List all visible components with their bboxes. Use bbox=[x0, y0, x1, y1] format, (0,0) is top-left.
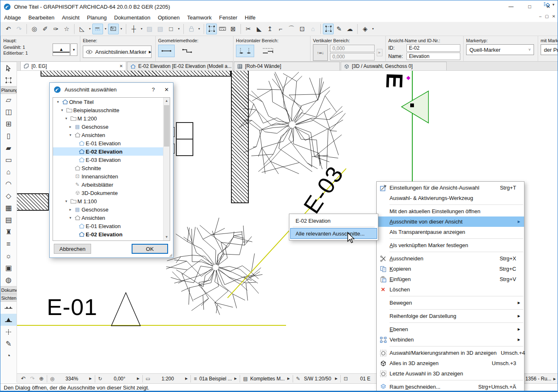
trace-frame-icon[interactable]: □ bbox=[166, 24, 176, 34]
menu-alles-in-3d-anzeigen[interactable]: Alles in 3D anzeigenUmsch.+3 bbox=[377, 358, 524, 368]
elevation-tool-settings-button[interactable]: ▲ bbox=[53, 43, 70, 56]
tree-item-geschosse[interactable]: ▸▤Geschosse bbox=[53, 205, 170, 214]
elevation-label-e02-rotated[interactable]: E bbox=[381, 72, 408, 89]
undo-icon[interactable]: ↶ bbox=[3, 24, 14, 34]
object-tool[interactable]: ♜ bbox=[0, 226, 17, 238]
window-tool[interactable]: ⊞ bbox=[0, 118, 17, 130]
resize-grip[interactable]: ◢ bbox=[169, 253, 172, 257]
lock-dropdown-icon[interactable]: ▾ bbox=[197, 27, 202, 31]
lamp-tool[interactable]: ☼ bbox=[0, 250, 17, 262]
wall-left-stub[interactable] bbox=[17, 193, 49, 211]
layer-selector-button[interactable]: Ansichtslinien.Marker ▶ bbox=[83, 46, 152, 58]
roof-tool[interactable]: ⌂ bbox=[0, 166, 17, 178]
corner-icon[interactable]: ⌐ bbox=[275, 24, 286, 34]
scroll-down-icon[interactable]: ▼ bbox=[164, 234, 170, 240]
chevron-expanded-icon[interactable]: ▾ bbox=[67, 216, 73, 220]
rotated-view-icon[interactable]: ◈ bbox=[360, 24, 370, 34]
tree-item-m-1-100[interactable]: ▾M 1:100 bbox=[53, 197, 170, 205]
menu-ansicht[interactable]: Ansicht bbox=[58, 14, 83, 22]
column-tool[interactable]: ▯ bbox=[0, 130, 17, 142]
zoom-previous-icon[interactable]: ↶ bbox=[19, 375, 28, 382]
maximize-button[interactable]: □ bbox=[520, 0, 539, 13]
menu-auswahl-markierungsrahmen-3d[interactable]: Auswahl/Markierungsrahmen in 3D anzeigen… bbox=[377, 348, 524, 358]
hrange-limited-button[interactable] bbox=[236, 45, 254, 57]
snap-grid-icon[interactable]: ┼ bbox=[128, 24, 139, 34]
menu-einfuegen[interactable]: EinfügenStrg+V bbox=[377, 274, 524, 284]
tree-item-e-02-elevation[interactable]: E-02 Elevation bbox=[53, 230, 170, 238]
guide-segment-dropdown-icon[interactable]: ▾ bbox=[103, 27, 108, 31]
chevron-expanded-icon[interactable]: ▾ bbox=[59, 108, 65, 112]
tree-item-geschosse[interactable]: ▸▤Geschosse bbox=[53, 123, 170, 131]
marquee-tool[interactable] bbox=[0, 74, 17, 86]
tab-roh-04-waende[interactable]: [Roh-04 Wände] bbox=[234, 62, 340, 70]
detail-tool[interactable]: ◔ bbox=[0, 350, 17, 362]
elevation-label-e01[interactable]: E-01 bbox=[47, 293, 97, 320]
menu-einstellungen-ansicht-auswahl[interactable]: Einstellungen für die Ansicht-AuswahlStr… bbox=[377, 183, 524, 193]
tab-close-icon[interactable]: ✕ bbox=[120, 64, 123, 68]
minimize-button[interactable]: — bbox=[502, 0, 520, 13]
table-symbol[interactable] bbox=[176, 122, 193, 156]
mdi-restore-button[interactable]: ▢ bbox=[545, 14, 548, 19]
menu-ausschneiden[interactable]: AusschneidenStrg+X bbox=[377, 253, 524, 264]
trace-frame-dropdown-icon[interactable]: ▾ bbox=[176, 27, 181, 31]
coordinates-dropdown-icon[interactable]: ▾ bbox=[119, 27, 124, 31]
submenu-e02-elevation[interactable]: E-02 Elevation bbox=[290, 215, 377, 226]
extend-icon[interactable]: ↥ bbox=[265, 24, 275, 34]
toolbox-section-dokumentation[interactable]: Dokumentation bbox=[0, 286, 17, 294]
menu-als-transparentpause-anzeigen[interactable]: Als Transparentpause anzeigen bbox=[377, 227, 524, 237]
guide-lines-dropdown-icon[interactable]: ▾ bbox=[87, 27, 92, 31]
door-tool[interactable]: ◫ bbox=[0, 106, 17, 118]
grid-element-tool[interactable]: ▦ bbox=[0, 202, 17, 214]
coordinates-icon[interactable] bbox=[108, 24, 119, 34]
hrange-infinite-button[interactable] bbox=[259, 45, 277, 57]
geometry-staggered-button[interactable] bbox=[179, 45, 195, 57]
inject-parameters-icon[interactable]: ✑ bbox=[51, 24, 61, 34]
menu-auswahl-aktivierungs-werkzeug[interactable]: Auswahl- & Aktivierungs-Werkzeug bbox=[377, 193, 524, 203]
tool-settings-dropdown[interactable]: ▼ bbox=[70, 43, 77, 56]
tree-scrollbar[interactable]: ▲ ▼ bbox=[163, 98, 170, 240]
tree-item-ansichten[interactable]: ▾Ansichten bbox=[53, 131, 170, 139]
arrow-tool[interactable] bbox=[0, 62, 17, 74]
zoom-in-icon[interactable]: ⊕ bbox=[37, 375, 46, 382]
tree-item-beispielausschnitte[interactable]: ▾Beispielausschnitte bbox=[53, 106, 170, 114]
measure-icon[interactable] bbox=[217, 24, 228, 34]
tree-item-3d-dokumente[interactable]: 3D-Dokumente bbox=[53, 189, 170, 197]
cloud-panel-icon[interactable]: ☁ bbox=[344, 24, 355, 34]
shell-tool[interactable]: ◠ bbox=[0, 178, 17, 190]
menu-verbinden[interactable]: Verbinden▶ bbox=[377, 334, 524, 345]
zoom-level-control[interactable]: ◎334%▶ bbox=[48, 374, 94, 383]
stair-tool[interactable]: ≡ bbox=[0, 238, 17, 250]
menu-raum-beschneiden[interactable]: Raum beschneiden...Strg+Umsch.+Ä bbox=[377, 382, 524, 392]
interior-elevation-tool[interactable] bbox=[0, 326, 17, 338]
guide-lines-icon[interactable]: ◺ bbox=[77, 24, 87, 34]
menu-mit-aktuellen-einstellungen-oeffnen[interactable]: Mit den aktuellen Einstellungen öffnen bbox=[377, 206, 524, 216]
model-view-options-control[interactable]: ▤Komplettes M...▶ bbox=[241, 374, 292, 383]
mdi-close-button[interactable]: ✕ bbox=[552, 14, 556, 19]
submenu-alle-relevanten-ausschnitte[interactable]: Alle relevanten Ausschnitte... bbox=[290, 228, 377, 239]
morph-tool[interactable]: ◇ bbox=[0, 190, 17, 202]
stretch-icon[interactable]: ⊠ bbox=[228, 24, 238, 34]
chevron-expanded-icon[interactable]: ▾ bbox=[63, 116, 69, 120]
help-button[interactable]: ? bbox=[152, 87, 155, 93]
marker-geometry-select[interactable]: der Pro bbox=[541, 44, 558, 55]
menu-dokumentation[interactable]: Dokumentation bbox=[111, 14, 154, 22]
snap-grid-dropdown-icon[interactable]: ▾ bbox=[139, 27, 144, 31]
tree-item-e-01-elevation[interactable]: E-01 Elevation bbox=[53, 222, 170, 230]
geometry-straight-button[interactable] bbox=[158, 45, 175, 57]
tab-3d-auswahl[interactable]: [3D / Auswahl, Geschoss 0] bbox=[341, 62, 447, 70]
pick-up-parameters-icon[interactable]: ✐ bbox=[40, 24, 51, 34]
section-tool[interactable] bbox=[0, 302, 17, 314]
resize-icon[interactable]: ⊡ bbox=[297, 24, 308, 34]
chevron-collapsed-icon[interactable]: ▸ bbox=[67, 125, 73, 129]
menu-ablage[interactable]: Ablage bbox=[0, 14, 24, 22]
tree-item-e-01-elevation[interactable]: E-01 Elevation bbox=[53, 139, 170, 147]
tree-item-ansichten[interactable]: ▾Ansichten bbox=[53, 214, 170, 222]
menu-letzte-auswahl-in-3d[interactable]: Letzte Auswahl in 3D anzeigen bbox=[377, 368, 524, 379]
elevation-tool[interactable] bbox=[0, 314, 17, 326]
transform-icon[interactable] bbox=[206, 24, 217, 34]
zone-tool[interactable]: ▣ bbox=[0, 262, 17, 274]
menu-bewegen[interactable]: Bewegen▶ bbox=[377, 298, 524, 308]
freehand-icon[interactable]: ✎ bbox=[334, 24, 344, 34]
elevation-line-e01[interactable] bbox=[17, 325, 286, 326]
adjust-icon[interactable]: ◣ bbox=[254, 24, 265, 34]
